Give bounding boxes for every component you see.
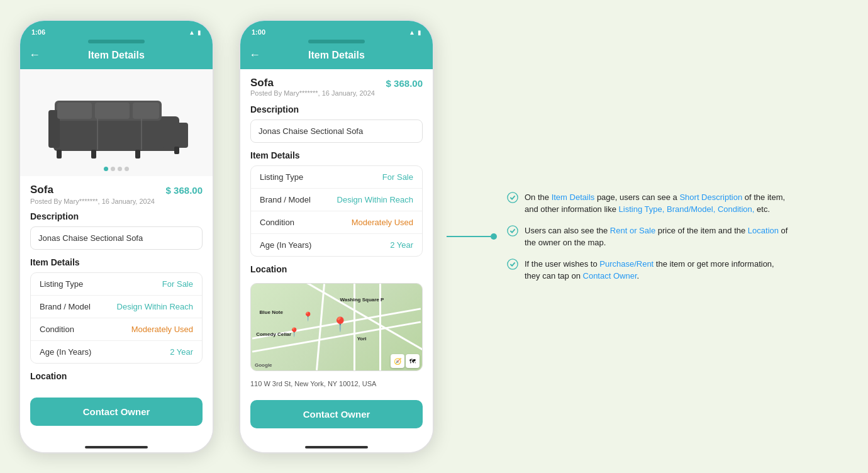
map-controls: 🧭 🗺 — [391, 354, 420, 368]
p2-top: Sofa $ 368.00 Posted By Mary*******, 16 … — [240, 69, 433, 283]
detail-key-3: Age (In Years) — [40, 347, 91, 357]
detail-row-listing: Listing Type For Sale — [31, 273, 202, 296]
small-pin-2: 📍 — [289, 327, 299, 337]
google-watermark: Google — [255, 362, 272, 368]
image-dots — [104, 167, 129, 171]
dot-3 — [118, 167, 122, 171]
wifi-icon-2: ▲ — [409, 29, 415, 36]
p2-posted: Posted By Mary*******, 16 January, 2024 — [250, 89, 423, 97]
map-container[interactable]: Blue Note Washing Square P Comedy Cellar… — [250, 283, 423, 371]
p2-detail-val-2: Moderately Used — [352, 218, 413, 227]
check-icon-1 — [507, 192, 518, 203]
header-2: ← Item Details — [240, 43, 433, 69]
desc-box-2: Jonas Chaise Sectional Sofa — [250, 120, 423, 143]
svg-rect-9 — [174, 147, 179, 154]
connector-area: On the Item Details page, users can see … — [447, 191, 790, 282]
detail-val-1: Design Within Reach — [117, 302, 193, 311]
p2-detail-row-condition: Condition Moderately Used — [251, 211, 422, 234]
svg-point-13 — [508, 192, 518, 202]
svg-rect-12 — [133, 103, 159, 119]
home-indicator-1 — [85, 446, 148, 448]
p2-detail-key-2: Condition — [260, 218, 294, 227]
svg-rect-8 — [135, 150, 140, 159]
back-arrow-2[interactable]: ← — [249, 48, 260, 62]
small-pin-1: 📍 — [303, 311, 313, 321]
end-dot — [491, 233, 497, 240]
battery-icon-2: ▮ — [418, 29, 421, 36]
location-label-2: Location — [250, 264, 423, 274]
check-icon-2 — [507, 225, 518, 237]
detail-row-brand: Brand / Model Design Within Reach — [31, 296, 202, 318]
desc-label-2: Description — [250, 104, 423, 114]
svg-rect-6 — [57, 150, 62, 159]
svg-point-15 — [508, 259, 518, 269]
main-map-pin: 📍 — [331, 316, 348, 333]
details-label-2: Item Details — [250, 150, 423, 160]
item-title-row-1: Sofa $ 368.00 — [30, 184, 203, 196]
header-title-2: Item Details — [308, 50, 365, 61]
phone1-content: Sofa $ 368.00 Posted By Mary*******, 16 … — [20, 69, 213, 442]
svg-rect-7 — [91, 150, 96, 159]
map-expand-icon[interactable]: 🗺 — [406, 354, 420, 368]
posted-by-1: Posted By Mary*******, 16 January, 2024 — [30, 198, 203, 205]
p2-detail-val-3: 2 Year — [390, 240, 413, 250]
p2-detail-key-0: Listing Type — [260, 172, 303, 182]
map-directions-icon[interactable]: 🧭 — [391, 354, 404, 368]
status-icons-2: ▲ ▮ — [409, 29, 421, 36]
svg-rect-0 — [53, 116, 179, 151]
description-box-1: Jonas Chaise Sectional Sofa — [30, 226, 203, 250]
sofa-image-container — [20, 69, 213, 176]
contact-owner-btn-2[interactable]: Contact Owner — [250, 400, 423, 428]
annotation-1: On the Item Details page, users can see … — [507, 191, 790, 216]
detail-key-2: Condition — [40, 325, 74, 334]
annotation-text-3: If the user wishes to Purchase/Rent the … — [525, 258, 790, 282]
details-box-2: Listing Type For Sale Brand / Model Desi… — [250, 165, 423, 257]
detail-key-1: Brand / Model — [40, 302, 91, 311]
detail-row-age: Age (In Years) 2 Year — [31, 341, 202, 363]
status-bar-2: 1:00 ▲ ▮ — [240, 21, 433, 38]
status-icons-1: ▲ ▮ — [189, 29, 201, 36]
map-address: 110 W 3rd St, New York, NY 10012, USA — [240, 376, 433, 394]
p2-title: Sofa — [250, 77, 274, 89]
check-icon-3 — [507, 259, 518, 270]
p2-detail-val-0: For Sale — [382, 172, 413, 182]
svg-rect-10 — [57, 103, 92, 119]
p2-price: $ 368.00 — [386, 78, 423, 89]
wifi-icon: ▲ — [189, 29, 195, 36]
back-arrow-1[interactable]: ← — [29, 48, 40, 62]
item-title-1: Sofa — [30, 184, 53, 196]
dot-1 — [104, 167, 108, 171]
p2-detail-row-brand: Brand / Model Design Within Reach — [251, 189, 422, 211]
map-inner: Blue Note Washing Square P Comedy Cellar… — [251, 284, 422, 370]
annotation-text-2: Users can also see the Rent or Sale pric… — [525, 225, 790, 249]
map-label-washing-square: Washing Square P — [340, 297, 384, 303]
annotation-3: If the user wishes to Purchase/Rent the … — [507, 258, 790, 282]
header-1: ← Item Details — [20, 43, 213, 69]
time-2: 1:00 — [252, 28, 265, 36]
p2-detail-row-listing: Listing Type For Sale — [251, 166, 422, 189]
p2-title-row: Sofa $ 368.00 — [250, 77, 423, 89]
time-1: 1:06 — [31, 28, 45, 36]
status-bar-1: 1:06 ▲ ▮ — [20, 21, 213, 38]
item-details-label-1: Item Details — [30, 257, 203, 267]
phone-2: 1:00 ▲ ▮ ← Item Details Sofa $ 368.00 Po… — [239, 19, 434, 454]
header-title-1: Item Details — [88, 50, 145, 61]
dot-2 — [111, 167, 115, 171]
detail-val-0: For Sale — [162, 279, 193, 289]
annotation-text-1: On the Item Details page, users can see … — [525, 191, 790, 216]
details-box-1: Listing Type For Sale Brand / Model Desi… — [30, 272, 203, 364]
battery-icon: ▮ — [198, 29, 201, 36]
item-info-section-1: Sofa $ 368.00 Posted By Mary*******, 16 … — [20, 176, 213, 391]
map-label-yori: Yori — [357, 336, 367, 342]
annotation-2: Users can also see the Rent or Sale pric… — [507, 225, 790, 249]
svg-rect-3 — [162, 123, 188, 148]
phone2-content: Sofa $ 368.00 Posted By Mary*******, 16 … — [240, 69, 433, 442]
dot-4 — [125, 167, 129, 171]
svg-rect-11 — [95, 103, 130, 119]
p2-detail-key-1: Brand / Model — [260, 195, 311, 204]
phone2-bottom — [240, 442, 433, 452]
svg-point-14 — [508, 225, 518, 235]
contact-owner-btn-1[interactable]: Contact Owner — [30, 398, 203, 426]
phone-1: 1:06 ▲ ▮ ← Item Details — [19, 19, 214, 454]
item-price-1: $ 368.00 — [166, 185, 203, 196]
